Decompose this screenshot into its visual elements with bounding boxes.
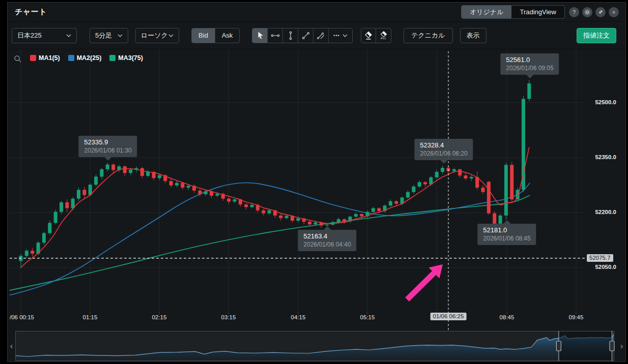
current-price-badge: 52075.7 [587,254,613,262]
ma1-swatch [30,55,36,61]
annotation-price: 52181.0 [483,226,530,234]
close-icon[interactable]: × [609,7,619,17]
limit-order-button[interactable]: 指値注文 [577,28,616,43]
horizontal-segment-icon [271,33,280,38]
bid-toggle[interactable]: Bid [192,28,215,43]
time-axis-label: 04:15 [291,314,306,320]
diagonal-arrows-icon [598,9,604,15]
view-mode-toggle: オリジナル TradingView [461,5,565,19]
time-axis-label: 09:45 [569,314,584,320]
navigator-handle[interactable] [610,341,614,351]
navigator-left-arrow[interactable]: ‹ [8,331,15,361]
legend-item-ma2: MA2(25) [68,54,102,62]
annotation-tooltip: 52181.02026/01/06 08:45 [477,224,536,245]
price-axis-label: 52500.0 [595,99,616,105]
annotation-price: 52335.9 [84,138,131,146]
eraser-all-label: ALL [381,37,386,40]
time-axis-label: 02:15 [152,314,167,320]
ask-toggle[interactable]: Ask [215,28,239,43]
annotation-datetime: 2026/01/06 04:40 [303,241,351,248]
vertical-segment-icon [288,31,293,40]
drawing-tools-group: ••• [252,28,353,43]
annotation-datetime: 2026/01/06 01:30 [84,147,131,154]
settings-gear-icon[interactable] [582,7,592,17]
ma-legend: MA1(5) MA2(25) MA3(75) [30,54,143,62]
navigator-handle[interactable] [556,341,561,351]
cursor-tool-button[interactable] [252,28,268,43]
symbol-select[interactable]: 日本225 [12,28,77,43]
chevron-down-icon [66,34,71,37]
crosshair-time-badge: 01/06 06:25 [431,313,467,320]
ellipsis-icon: ••• [333,33,339,38]
chart-type-select[interactable]: ローソク [135,28,179,43]
eraser-all-button[interactable]: ALL [376,28,391,43]
display-button[interactable]: 表示 [460,28,487,43]
time-axis-label: 08:45 [500,314,515,320]
trend-line-icon [302,32,310,40]
eraser-icon [364,31,373,40]
ma3-swatch [109,55,116,61]
cursor-arrow-icon [256,31,264,40]
main-chart[interactable] [8,49,625,331]
main-chart-area: MA1(5) MA2(25) MA3(75) 52500.052350.0522… [8,49,625,331]
chevron-down-icon [118,34,123,37]
chevron-down-icon [342,34,348,37]
chart-type-select-value: ローソク [141,31,168,40]
ma1-label: MA1(5) [39,54,60,62]
annotation-price: 52163.4 [303,232,351,240]
annotation-datetime: 2026/01/06 09:05 [506,65,553,72]
more-tools-button[interactable]: ••• [329,28,352,43]
symbol-select-value: 日本225 [17,31,42,40]
annotation-datetime: 2026/01/06 06:20 [420,150,467,157]
ma2-swatch [68,55,74,61]
legend-item-ma1: MA1(5) [30,54,60,62]
chevron-down-icon [168,34,174,37]
help-icon[interactable]: ? [569,7,579,17]
annotation-price: 52561.0 [506,56,553,64]
price-axis-label: 52050.0 [595,264,616,270]
chart-window: チャート オリジナル TradingView ? × 日本225 [7,2,626,362]
chart-toolbar: 日本225 5分足 ローソク Bid Ask [8,22,625,49]
time-axis-label: /06 00:15 [10,314,34,320]
time-axis-label: 05:15 [360,314,375,320]
vertical-line-tool-button[interactable] [283,28,298,43]
annotation-tooltip: 52561.02026/01/06 09:05 [500,53,559,75]
time-axis-label: 01:15 [83,314,98,320]
expand-icon[interactable] [595,7,606,17]
view-toggle-tradingview[interactable]: TradingView [511,6,564,18]
chart-navigator: ‹ › [8,331,625,361]
bid-ask-toggle: Bid Ask [191,28,240,43]
time-axis-label: 03:15 [221,314,236,320]
view-toggle-original[interactable]: オリジナル [462,6,512,18]
eraser-button[interactable] [361,28,376,43]
parallel-lines-icon [317,32,325,40]
interval-select[interactable]: 5分足 [90,28,128,43]
annotation-datetime: 2026/01/06 08:45 [483,235,530,242]
eraser-group: ALL [361,28,391,43]
window-header: チャート オリジナル TradingView ? × [8,3,625,22]
gear-icon [584,9,590,15]
navigator-chart[interactable] [8,331,625,361]
annotation-tooltip: 52328.42026/01/06 06:20 [414,139,473,160]
annotation-tooltip: 52163.42026/01/06 04:40 [298,230,356,251]
legend-item-ma3: MA3(75) [109,54,143,62]
technical-button[interactable]: テクニカル [404,28,453,43]
ma2-label: MA2(25) [77,54,102,62]
ma3-label: MA3(75) [118,54,143,62]
navigator-right-arrow[interactable]: › [618,331,625,361]
parallel-lines-tool-button[interactable] [313,28,329,43]
trend-line-tool-button[interactable] [298,28,313,43]
window-title: チャート [15,7,47,17]
annotation-price: 52328.4 [420,141,467,149]
horizontal-line-tool-button[interactable] [268,28,283,43]
price-axis-label: 52200.0 [595,209,616,215]
annotation-tooltip: 52335.92026/01/06 01:30 [78,136,137,157]
price-axis-label: 52350.0 [595,154,616,160]
interval-select-value: 5分足 [95,31,112,40]
